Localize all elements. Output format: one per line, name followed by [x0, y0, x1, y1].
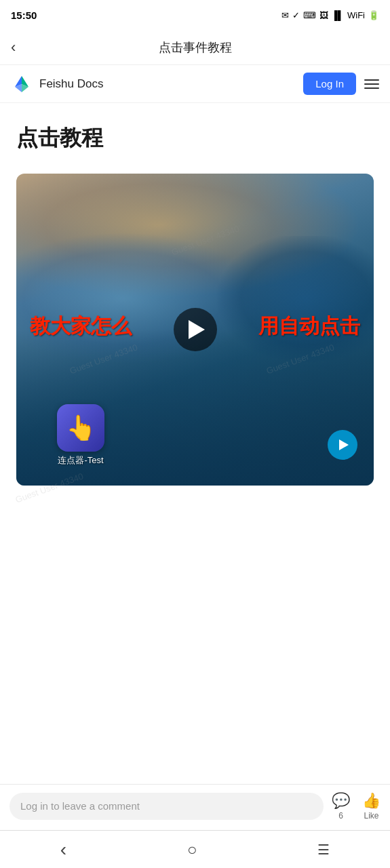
like-icon: 👍 [362, 792, 381, 810]
app-bar: Feishu Docs Log In [0, 65, 390, 103]
sys-menu-button[interactable]: ☰ [317, 842, 330, 858]
menu-line-1 [364, 79, 379, 81]
back-button[interactable]: ‹ [11, 39, 16, 56]
battery-icon: 🔋 [368, 10, 379, 20]
wifi-icon: WiFi [347, 10, 365, 20]
play-triangle [189, 320, 205, 339]
system-nav-bar: ‹ ○ ☰ [0, 830, 390, 868]
video-thumbnail[interactable]: 教大家怎么 用自动点击 👆 连点器-Test [16, 174, 374, 486]
video-text-left: 教大家怎么 [30, 313, 132, 340]
feishu-logo [11, 73, 33, 95]
status-time: 15:50 [11, 9, 37, 21]
status-bar: 15:50 ✉ ✓ ⌨ 🖼 ▐▌ WiFi 🔋 [0, 0, 390, 30]
like-button[interactable]: 👍 Like [362, 792, 381, 821]
doc-title: 点击教程 [16, 123, 374, 153]
app-icon-container: 👆 连点器-Test [57, 404, 104, 467]
comment-input-area[interactable]: Log in to leave a comment [9, 793, 324, 820]
menu-line-3 [364, 87, 379, 89]
status-icons: ✉ ✓ ⌨ 🖼 ▐▌ WiFi 🔋 [281, 10, 379, 20]
play-button[interactable] [174, 308, 217, 351]
comment-placeholder: Log in to leave a comment [20, 800, 140, 812]
comment-count: 6 [338, 811, 343, 821]
main-content: Guest User 43340Guest User 43340Guest Us… [0, 103, 390, 621]
video-text-right: 用自动点击 [258, 313, 360, 340]
login-button[interactable]: Log In [303, 73, 356, 95]
app-bar-left: Feishu Docs [11, 73, 103, 95]
bottom-actions: 💬 6 👍 Like [332, 792, 381, 821]
nav-bar: ‹ 点击事件教程 [0, 30, 390, 65]
checkmark-icon: ✓ [292, 10, 300, 20]
app-bar-title: Feishu Docs [39, 77, 103, 91]
comment-icon: 💬 [332, 792, 350, 810]
keyboard-icon: ⌨ [303, 10, 316, 20]
sys-home-button[interactable]: ○ [187, 840, 197, 859]
like-label: Like [364, 811, 378, 821]
photo-icon: 🖼 [319, 10, 328, 20]
comment-button[interactable]: 💬 6 [332, 792, 350, 821]
app-icon: 👆 [57, 404, 104, 452]
bili-play-triangle [339, 439, 349, 450]
sys-back-button[interactable]: ‹ [60, 839, 66, 861]
email-icon: ✉ [281, 10, 289, 20]
content-spacer [16, 499, 374, 621]
signal-icon: ▐▌ [332, 10, 344, 20]
video-container[interactable]: 教大家怎么 用自动点击 👆 连点器-Test [16, 174, 374, 486]
nav-title: 点击事件教程 [159, 39, 232, 56]
menu-line-2 [364, 83, 379, 85]
app-icon-emoji: 👆 [66, 414, 96, 442]
bottom-bar: Log in to leave a comment 💬 6 👍 Like [0, 784, 390, 827]
app-bar-right: Log In [303, 73, 379, 95]
app-icon-label: 连点器-Test [58, 454, 103, 467]
menu-button[interactable] [364, 79, 379, 89]
bili-icon [328, 430, 357, 460]
